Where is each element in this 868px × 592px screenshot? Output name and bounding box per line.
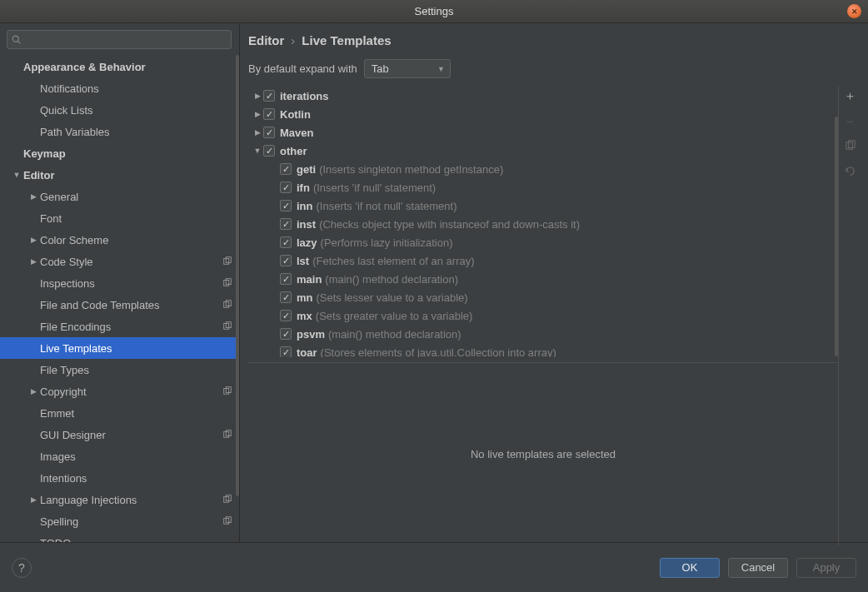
sidebar-item-images[interactable]: Images xyxy=(0,445,239,467)
template-item-mn[interactable]: mn(Sets lesser value to a variable) xyxy=(248,288,838,306)
content-area: Appearance & BehaviorNotificationsQuick … xyxy=(0,23,868,542)
ok-button[interactable]: OK xyxy=(660,558,720,578)
sidebar-item-path-variables[interactable]: Path Variables xyxy=(0,121,239,142)
expand-with-select[interactable]: Tab ▼ xyxy=(364,59,451,78)
copy-icon[interactable] xyxy=(843,138,858,153)
sidebar-item-gui-designer[interactable]: GUI Designer xyxy=(0,424,239,445)
group-checkbox[interactable] xyxy=(263,108,275,120)
template-item-mx[interactable]: mx(Sets greater value to a variable) xyxy=(248,306,838,325)
template-preview: No live templates are selected xyxy=(248,362,838,545)
breadcrumb-segment[interactable]: Editor xyxy=(248,33,284,47)
template-group-maven[interactable]: ▶Maven xyxy=(248,123,838,142)
template-item-lst[interactable]: lst(Fetches last element of an array) xyxy=(248,251,838,270)
search-icon xyxy=(11,34,22,46)
project-scope-icon xyxy=(222,515,232,528)
template-checkbox[interactable] xyxy=(280,182,292,193)
svg-rect-14 xyxy=(224,496,229,502)
chevron-icon: ▶ xyxy=(28,387,38,395)
chevron-icon: ▶ xyxy=(28,192,38,201)
sidebar-item-inspections[interactable]: Inspections xyxy=(0,272,239,294)
group-checkbox[interactable] xyxy=(263,127,275,138)
template-group-other[interactable]: ▼other xyxy=(248,142,838,160)
svg-point-0 xyxy=(12,36,18,42)
template-item-toar[interactable]: toar(Stores elements of java.util.Collec… xyxy=(248,343,838,357)
sidebar-item-appearance-behavior[interactable]: Appearance & Behavior xyxy=(0,56,239,77)
chevron-icon: ▶ xyxy=(28,257,38,266)
settings-tree[interactable]: Appearance & BehaviorNotificationsQuick … xyxy=(0,52,239,542)
expand-with-label: By default expand with xyxy=(248,62,357,75)
sidebar-item-code-style[interactable]: ▶Code Style xyxy=(0,251,239,272)
sidebar-item-file-types[interactable]: File Types xyxy=(0,359,239,381)
template-item-inn[interactable]: inn(Inserts 'if not null' statement) xyxy=(248,197,838,215)
sidebar-item-emmet[interactable]: Emmet xyxy=(0,402,239,424)
svg-rect-3 xyxy=(226,256,231,262)
group-checkbox[interactable] xyxy=(263,145,275,157)
preview-empty-text: No live templates are selected xyxy=(471,448,616,460)
sidebar-item-todo[interactable]: TODO xyxy=(0,532,239,542)
sidebar-item-notifications[interactable]: Notifications xyxy=(0,77,239,99)
sidebar-item-file-encodings[interactable]: File Encodings xyxy=(0,316,239,337)
template-area: ▶iterations▶Kotlin▶Maven▼othergeti(Inser… xyxy=(248,87,861,545)
chevron-icon: ▶ xyxy=(252,92,263,100)
template-checkbox[interactable] xyxy=(280,236,292,248)
svg-rect-13 xyxy=(226,430,231,435)
sidebar-item-spelling[interactable]: Spelling xyxy=(0,510,239,532)
project-scope-icon xyxy=(222,256,232,268)
template-checkbox[interactable] xyxy=(280,255,292,266)
template-item-psvm[interactable]: psvm(main() method declaration) xyxy=(248,325,838,343)
template-checkbox[interactable] xyxy=(280,218,292,230)
svg-rect-8 xyxy=(224,323,229,329)
template-item-lazy[interactable]: lazy(Performs lazy initialization) xyxy=(248,233,838,251)
sidebar-item-color-scheme[interactable]: ▶Color Scheme xyxy=(0,229,239,251)
chevron-down-icon: ▼ xyxy=(437,65,445,73)
group-checkbox[interactable] xyxy=(263,90,275,102)
template-checkbox[interactable] xyxy=(280,346,292,357)
sidebar-item-intentions[interactable]: Intentions xyxy=(0,467,239,489)
template-checkbox[interactable] xyxy=(280,291,292,303)
template-item-main[interactable]: main(main() method declaration) xyxy=(248,270,838,288)
add-icon[interactable]: ＋ xyxy=(843,88,858,103)
sidebar-item-editor[interactable]: ▼Editor xyxy=(0,164,239,186)
svg-rect-16 xyxy=(224,518,229,524)
close-icon[interactable]: ✕ xyxy=(847,4,861,18)
help-button[interactable]: ? xyxy=(12,558,32,578)
sidebar-item-quick-lists[interactable]: Quick Lists xyxy=(0,99,239,121)
undo-icon[interactable] xyxy=(843,163,858,178)
template-item-geti[interactable]: geti(Inserts singleton method getInstanc… xyxy=(248,160,838,178)
svg-rect-5 xyxy=(226,278,231,284)
svg-rect-7 xyxy=(226,300,231,306)
remove-icon[interactable]: − xyxy=(843,113,858,128)
template-item-inst[interactable]: inst(Checks object type with instanceof … xyxy=(248,215,838,233)
window-titlebar: Settings ✕ xyxy=(0,0,868,23)
svg-rect-6 xyxy=(224,301,229,307)
main-panel: Editor › Live Templates By default expan… xyxy=(240,23,868,542)
template-checkbox[interactable] xyxy=(280,273,292,285)
window-title: Settings xyxy=(415,5,454,17)
template-group-iterations[interactable]: ▶iterations xyxy=(248,87,838,105)
sidebar-item-font[interactable]: Font xyxy=(0,207,239,229)
template-scrollbar[interactable] xyxy=(835,117,838,356)
sidebar-item-keymap[interactable]: Keymap xyxy=(0,142,239,164)
sidebar-item-file-and-code-templates[interactable]: File and Code Templates xyxy=(0,294,239,316)
sidebar-item-copyright[interactable]: ▶Copyright xyxy=(0,381,239,402)
svg-rect-17 xyxy=(226,516,231,522)
template-checkbox[interactable] xyxy=(280,163,292,175)
template-group-kotlin[interactable]: ▶Kotlin xyxy=(248,105,838,123)
template-checkbox[interactable] xyxy=(280,310,292,321)
template-item-ifn[interactable]: ifn(Inserts 'if null' statement) xyxy=(248,178,838,197)
project-scope-icon xyxy=(222,321,232,333)
search-input[interactable] xyxy=(7,30,232,49)
sidebar-item-language-injections[interactable]: ▶Language Injections xyxy=(0,489,239,510)
template-toolbar: ＋ − xyxy=(838,87,861,545)
template-checkbox[interactable] xyxy=(280,200,292,211)
template-checkbox[interactable] xyxy=(280,328,292,340)
template-tree[interactable]: ▶iterations▶Kotlin▶Maven▼othergeti(Inser… xyxy=(248,87,838,357)
sidebar-item-live-templates[interactable]: Live Templates xyxy=(0,337,239,359)
cancel-button[interactable]: Cancel xyxy=(728,558,788,578)
sidebar-scrollbar[interactable] xyxy=(236,55,239,496)
svg-rect-12 xyxy=(224,431,229,437)
svg-rect-9 xyxy=(226,321,231,327)
sidebar-item-general[interactable]: ▶General xyxy=(0,186,239,207)
chevron-icon: ▶ xyxy=(252,128,263,137)
apply-button[interactable]: Apply xyxy=(796,558,856,578)
